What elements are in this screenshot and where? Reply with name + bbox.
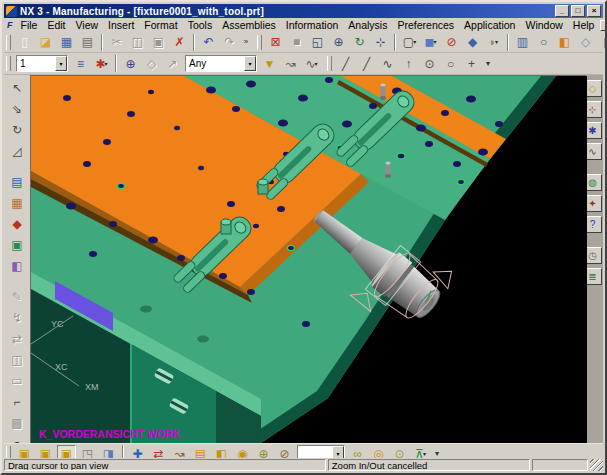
plane-constructor-icon[interactable]: ◇ <box>142 55 161 72</box>
point-icon[interactable]: + <box>462 55 481 72</box>
refresh-view-icon[interactable]: ■ <box>287 34 306 51</box>
child-minimize-button[interactable]: _ <box>600 20 607 31</box>
selection-scope-combo-value[interactable]: Any <box>186 58 244 69</box>
shaded-solid-icon[interactable]: ◆ <box>463 34 482 51</box>
chevron-down-icon[interactable]: ▾ <box>433 39 436 45</box>
create-geometry-rail-icon[interactable]: ◆ <box>7 214 27 233</box>
paste-icon[interactable]: ▣ <box>149 34 168 51</box>
undo-icon[interactable]: ↶ <box>199 34 218 51</box>
maximize-button[interactable]: □ <box>571 5 585 17</box>
chevron-down-icon[interactable]: ▾ <box>413 39 416 45</box>
menu-application[interactable]: Application <box>459 19 520 31</box>
menu-bar: F FileEditViewInsertFormatToolsAssemblie… <box>4 18 603 32</box>
spline-icon[interactable]: ∿ <box>378 55 397 72</box>
new-icon[interactable]: ▯ <box>15 34 34 51</box>
toolbar-overflow-icon[interactable]: » <box>241 34 251 51</box>
menu-format[interactable]: Format <box>139 19 182 31</box>
rotate-sphere-icon[interactable]: ○ <box>534 34 553 51</box>
title-bar[interactable]: NX 3 - Manufacturing - [fixture0001_with… <box>4 4 603 18</box>
vector-constructor-icon[interactable]: ↗ <box>163 55 182 72</box>
work-layer-combo[interactable]: 1▾ <box>16 55 68 72</box>
menu-tools[interactable]: Tools <box>183 19 218 31</box>
menu-help[interactable]: Help <box>568 19 600 31</box>
layer-settings-icon[interactable]: ≡ <box>71 55 90 72</box>
circle-center-icon[interactable]: ⊙ <box>420 55 439 72</box>
create-operation-rail-icon[interactable]: ◧ <box>7 256 27 275</box>
open-icon[interactable]: ◪ <box>36 34 55 51</box>
utility-toolbar: 1▾≡✱▾⊕◇↗Any▾▼↝∿▾ <box>4 53 325 74</box>
rotate-view-icon[interactable]: ↻ <box>350 34 369 51</box>
menu-analysis[interactable]: Analysis <box>343 19 392 31</box>
chevron-down-icon[interactable]: ▾ <box>315 61 318 67</box>
face-analysis-icon[interactable]: ◗▾ <box>484 34 503 51</box>
menu-file[interactable]: File <box>16 19 43 31</box>
copy-icon[interactable]: ◫ <box>128 34 147 51</box>
menu-edit[interactable]: Edit <box>42 19 70 31</box>
create-method-rail-icon[interactable]: ▣ <box>7 235 27 254</box>
resize-grip[interactable] <box>590 459 603 471</box>
work-view-icon[interactable]: ◧ <box>555 34 574 51</box>
shaded-display-icon[interactable]: ◼▾ <box>421 34 440 51</box>
viewport-3d-scene[interactable]: YC XC XM K_VORDERANSICHT WORK <box>31 76 587 444</box>
chevron-down-icon[interactable]: ▾ <box>105 61 108 67</box>
part-document-icon[interactable]: F <box>7 20 13 30</box>
snap-handle-icon[interactable]: ⇘ <box>7 99 27 118</box>
pan-view-icon[interactable]: ⊹ <box>371 34 390 51</box>
menu-information[interactable]: Information <box>281 19 344 31</box>
selection-scope-combo[interactable]: Any▾ <box>185 55 257 72</box>
clip-section-icon[interactable]: ▯ <box>597 34 607 51</box>
blank-object-icon[interactable]: ▭ <box>7 371 27 390</box>
chevron-down-icon[interactable]: ▾ <box>244 56 256 71</box>
display-mode-icon[interactable]: ▥ <box>513 34 532 51</box>
save-icon[interactable]: ▦ <box>57 34 76 51</box>
print-icon[interactable]: ▤ <box>78 34 97 51</box>
orient-handle-icon[interactable]: ↻ <box>7 120 27 139</box>
curve-rule-icon[interactable]: ∿▾ <box>302 55 321 72</box>
hidden-edges-icon[interactable]: ⊘ <box>442 34 461 51</box>
zoom-window-icon[interactable]: ◱ <box>308 34 327 51</box>
dowel-pin <box>380 83 386 100</box>
drill-tool-icon[interactable]: ⌐ <box>7 392 27 411</box>
general-selection-icon[interactable]: ↝ <box>281 55 300 72</box>
standard-toolbar: ▯◪▦▤✂◫▣✗↶↷» <box>4 32 255 52</box>
edit-display-icon[interactable]: ▩ <box>7 413 27 432</box>
menu-preferences[interactable]: Preferences <box>392 19 459 31</box>
menu-view[interactable]: View <box>71 19 104 31</box>
chevron-down-icon[interactable]: ▾ <box>423 451 426 457</box>
close-button[interactable]: × <box>587 5 601 17</box>
curve-overflow-icon[interactable]: ▾ <box>483 55 493 72</box>
nx-application-window: { "window": { "title": "NX 3 - Manufactu… <box>0 0 607 475</box>
select-arrow-icon[interactable]: ↖ <box>7 78 27 97</box>
edit-object-icon[interactable]: ✎ <box>7 287 27 306</box>
point-constructor-icon[interactable]: ⊕ <box>121 55 140 72</box>
transform-object-icon[interactable]: ↯ <box>7 308 27 327</box>
dowel-pin <box>385 161 391 178</box>
translucency-icon[interactable]: ◇ <box>576 34 595 51</box>
move-object-icon[interactable]: ⇄ <box>7 329 27 348</box>
wcs-dynamics-icon[interactable]: ✱▾ <box>92 55 111 72</box>
wireframe-display-icon[interactable]: ▢▾ <box>400 34 419 51</box>
create-tool-rail-icon[interactable]: ▦ <box>7 193 27 212</box>
chevron-down-icon[interactable]: ▾ <box>55 56 67 71</box>
redo-icon[interactable]: ↷ <box>220 34 239 51</box>
chevron-down-icon[interactable]: ▾ <box>495 39 498 45</box>
view-name-label: K_VORDERANSICHT WORK <box>39 428 181 440</box>
work-layer-combo-value[interactable]: 1 <box>17 58 55 69</box>
show-hide-icon[interactable]: ◫ <box>7 350 27 369</box>
arc-icon[interactable]: ╱ <box>357 55 376 72</box>
menu-insert[interactable]: Insert <box>103 19 139 31</box>
menu-assemblies[interactable]: Assemblies <box>217 19 281 31</box>
selection-filter-icon[interactable]: ▼ <box>260 55 279 72</box>
graphics-viewport[interactable]: YC XC XM K_VORDERANSICHT WORK <box>30 75 586 443</box>
create-program-rail-icon[interactable]: ▤ <box>7 172 27 191</box>
menu-window[interactable]: Window <box>520 19 567 31</box>
circle-icon[interactable]: ○ <box>441 55 460 72</box>
line-icon[interactable]: ╱ <box>336 55 355 72</box>
zoom-in-out-icon[interactable]: ⊕ <box>329 34 348 51</box>
derived-line-icon[interactable]: ↑ <box>399 55 418 72</box>
delete-icon[interactable]: ✗ <box>170 34 189 51</box>
target-point-icon[interactable]: ◿ <box>7 141 27 160</box>
cut-icon[interactable]: ✂ <box>107 34 126 51</box>
fit-view-icon[interactable]: ⊠ <box>266 34 285 51</box>
minimize-button[interactable]: _ <box>555 5 569 17</box>
